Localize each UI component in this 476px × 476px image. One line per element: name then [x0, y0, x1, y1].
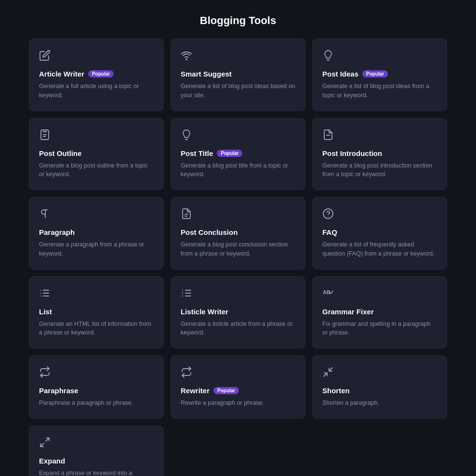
- card-listicle-writer[interactable]: 123 Listicle Writer Generate a listicle …: [171, 276, 305, 349]
- card-post-introduction[interactable]: Post Introduction Generate a blog post i…: [312, 118, 447, 191]
- icon-shorten: [322, 366, 437, 380]
- card-paraphrase[interactable]: Paraphrase Paraphrase a paragraph or phr…: [29, 355, 164, 419]
- card-shorten[interactable]: Shorten Shorten a paragraph.: [312, 355, 447, 419]
- desc-post-introduction: Generate a blog post introduction sectio…: [322, 161, 437, 180]
- card-list[interactable]: List Generate an HTML list of informatio…: [29, 276, 164, 349]
- title-row-post-outline: Post Outline: [39, 149, 154, 157]
- icon-post-outline: [39, 129, 154, 142]
- title-list: List: [39, 308, 52, 316]
- svg-point-5: [323, 209, 333, 219]
- icon-post-introduction: [322, 129, 437, 142]
- card-smart-suggest[interactable]: Smart Suggest Generate a list of blog po…: [171, 39, 305, 111]
- title-row-listicle-writer: Listicle Writer: [181, 308, 295, 316]
- icon-smart-suggest: [181, 50, 295, 63]
- title-paragraph: Paragraph: [39, 228, 75, 236]
- desc-expand: Expand a phrase or keyword into a paragr…: [39, 469, 154, 476]
- title-row-faq: FAQ: [322, 228, 437, 236]
- title-row-list: List: [39, 308, 154, 316]
- desc-shorten: Shorten a paragraph.: [322, 399, 437, 408]
- title-listicle-writer: Listicle Writer: [181, 308, 228, 316]
- icon-post-ideas: [322, 50, 437, 63]
- svg-rect-1: [43, 130, 46, 132]
- title-row-shorten: Shorten: [322, 386, 437, 395]
- title-post-conclusion: Post Conclusion: [181, 228, 238, 236]
- desc-article-writer: Generate a full article using a topic or…: [39, 82, 154, 100]
- card-grammar-fixer[interactable]: AB Grammar Fixer Fix grammar and spellin…: [312, 276, 447, 349]
- icon-expand: [39, 437, 154, 450]
- title-row-grammar-fixer: Grammar Fixer: [322, 308, 437, 316]
- desc-listicle-writer: Generate a listicle article from a phras…: [181, 320, 295, 338]
- title-row-post-conclusion: Post Conclusion: [181, 228, 295, 236]
- title-smart-suggest: Smart Suggest: [181, 70, 232, 78]
- title-row-paraphrase: Paraphrase: [39, 386, 154, 395]
- desc-grammar-fixer: Fix grammar and spelling in a paragraph …: [322, 320, 437, 338]
- title-faq: FAQ: [322, 228, 337, 236]
- icon-list: [39, 287, 154, 301]
- title-row-article-writer: Article Writer Popular: [39, 70, 154, 78]
- desc-paragraph: Generate a paragraph from a phrase or ke…: [39, 240, 154, 258]
- desc-post-conclusion: Generate a blog post conclusion section …: [181, 240, 295, 258]
- icon-post-title: [181, 129, 295, 142]
- title-paraphrase: Paraphrase: [39, 386, 79, 395]
- desc-smart-suggest: Generate a list of blog post ideas based…: [181, 82, 295, 100]
- desc-paraphrase: Paraphrase a paragraph or phrase.: [39, 399, 154, 408]
- title-article-writer: Article Writer: [39, 70, 84, 78]
- card-faq[interactable]: FAQ Generate a list of frequently asked …: [312, 197, 447, 270]
- badge-rewriter: Popular: [213, 387, 239, 394]
- title-row-post-title: Post Title Popular: [181, 149, 295, 157]
- desc-list: Generate an HTML list of information fro…: [39, 320, 154, 338]
- card-post-outline[interactable]: Post Outline Generate a blog post outlin…: [29, 118, 164, 191]
- title-post-title: Post Title: [181, 149, 213, 157]
- title-row-post-introduction: Post Introduction: [322, 149, 437, 157]
- icon-listicle-writer: 123: [181, 287, 295, 301]
- desc-post-outline: Generate a blog post outline from a topi…: [39, 161, 154, 180]
- svg-line-21: [329, 368, 332, 371]
- title-shorten: Shorten: [322, 386, 350, 395]
- icon-article-writer: [39, 50, 154, 63]
- title-row-rewriter: Rewriter Popular: [181, 386, 295, 395]
- title-expand: Expand: [39, 457, 65, 465]
- card-rewriter[interactable]: Rewriter Popular Rewrite a paragraph or …: [171, 355, 305, 419]
- desc-post-ideas: Generate a list of blog post ideas from …: [322, 82, 437, 100]
- icon-faq: [322, 208, 437, 221]
- svg-line-22: [46, 438, 49, 441]
- icon-rewriter: [181, 366, 295, 380]
- title-row-paragraph: Paragraph: [39, 228, 154, 236]
- title-row-expand: Expand: [39, 457, 154, 465]
- title-post-introduction: Post Introduction: [322, 149, 382, 157]
- card-post-title[interactable]: Post Title Popular Generate a blog post …: [171, 118, 305, 191]
- svg-line-23: [40, 443, 44, 447]
- svg-text:3: 3: [182, 295, 184, 297]
- svg-point-0: [186, 59, 187, 60]
- title-rewriter: Rewriter: [181, 386, 210, 395]
- page-title: Blogging Tools: [29, 10, 447, 27]
- card-paragraph[interactable]: Paragraph Generate a paragraph from a ph…: [29, 197, 164, 270]
- title-grammar-fixer: Grammar Fixer: [322, 308, 374, 316]
- icon-paraphrase: [39, 366, 154, 380]
- title-row-post-ideas: Post Ideas Popular: [322, 70, 437, 78]
- title-post-outline: Post Outline: [39, 149, 81, 157]
- svg-line-20: [324, 373, 327, 376]
- icon-post-conclusion: [181, 208, 295, 221]
- badge-post-title: Popular: [217, 150, 242, 157]
- title-post-ideas: Post Ideas: [322, 70, 358, 78]
- badge-article-writer: Popular: [88, 70, 114, 77]
- desc-faq: Generate a list of frequently asked ques…: [322, 240, 437, 258]
- card-post-conclusion[interactable]: Post Conclusion Generate a blog post con…: [171, 197, 305, 270]
- desc-post-title: Generate a blog post title from a topic …: [181, 161, 295, 180]
- card-post-ideas[interactable]: Post Ideas Popular Generate a list of bl…: [312, 39, 447, 111]
- badge-post-ideas: Popular: [362, 70, 388, 77]
- tools-grid: Article Writer Popular Generate a full a…: [29, 39, 447, 476]
- card-expand[interactable]: Expand Expand a phrase or keyword into a…: [29, 425, 164, 476]
- icon-grammar-fixer: AB: [322, 287, 437, 301]
- desc-rewriter: Rewrite a paragraph or phrase.: [181, 399, 295, 408]
- icon-paragraph: [39, 208, 154, 221]
- card-article-writer[interactable]: Article Writer Popular Generate a full a…: [29, 39, 164, 111]
- title-row-smart-suggest: Smart Suggest: [181, 70, 295, 78]
